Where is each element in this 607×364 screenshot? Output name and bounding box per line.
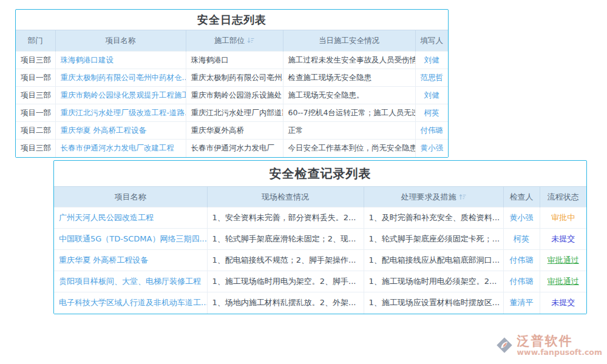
- table-row: 项目三部 珠海鹤港口建设 珠海鹤港口 施工过程未发生安全事故及人员受伤情况 刘健: [16, 52, 448, 69]
- project-link[interactable]: 重庆华夏 外高桥工程设备: [59, 255, 148, 265]
- cell-project: 长春市伊通河水力发电厂改建工程: [55, 140, 186, 157]
- project-link[interactable]: 电子科技大学区域人行道及非机动车道工...: [59, 298, 207, 307]
- brand-url: www.fanpusoft.com: [517, 348, 602, 357]
- cell-inspector: 付伟璐: [503, 271, 540, 292]
- project-link[interactable]: 重庆市鹅岭公园绿化景观提升工程施工: [61, 90, 186, 99]
- cell-measures: 1、施工现场临时用电必须架空。2...: [364, 271, 503, 292]
- writer-link[interactable]: 范思哲: [421, 73, 444, 82]
- cell-status: 施工现场无安全隐患。: [283, 87, 415, 104]
- table-row: 项目三部 重庆市鹅岭公园绿化景观提升工程施工 重庆市鹅岭公园游乐设施处 施工现场…: [16, 87, 448, 104]
- brand-logo-icon: [494, 335, 515, 358]
- sort-asc-icon[interactable]: [459, 193, 466, 202]
- status-badge[interactable]: 审批通过: [548, 255, 579, 265]
- cell-measures: 1、施工现场应设置材料临时摆放区...: [364, 292, 503, 314]
- status-badge[interactable]: 未提交: [551, 298, 575, 307]
- cell-status: 施工过程未发生安全事故及人员受伤情况: [283, 52, 415, 69]
- col-header-measures[interactable]: 处理要求及措施: [364, 187, 503, 207]
- inspection-record-table: 项目名称 现场检查情况 处理要求及措施 检查人 流程状态 广州天河人民公园改造工…: [54, 186, 586, 314]
- project-link[interactable]: 贵阳项目样板间、大堂、电梯厅装修工程: [59, 277, 201, 286]
- inspector-link[interactable]: 董清平: [510, 298, 534, 307]
- cell-inspection: 1、安全资料未完善，部分资料丢失。2...: [207, 207, 364, 229]
- cell-writer: 黄小强: [415, 140, 448, 157]
- inspector-link[interactable]: 付伟璐: [510, 255, 534, 265]
- cell-status: 检查施工现场无安全隐患: [283, 69, 415, 87]
- brand-watermark: 泛普软件 www.fanpusoft.com: [494, 334, 602, 358]
- project-link[interactable]: 重庆太极制药有限公司亳州中药材仓...: [61, 73, 186, 82]
- header-row: 项目名称 现场检查情况 处理要求及措施 检查人 流程状态: [54, 187, 586, 207]
- brand-name: 泛普软件: [517, 334, 602, 348]
- sort-desc-icon[interactable]: [247, 36, 254, 46]
- project-link[interactable]: 重庆江北污水处理厂级改造工程-道路...: [61, 108, 186, 117]
- cell-location: 重庆华夏外高桥: [186, 122, 283, 140]
- table-row: 项目一部 重庆江北污水处理厂级改造工程-道路... 重庆江北污水处理厂内部道路 …: [16, 104, 448, 122]
- cell-inspector: 董清平: [503, 292, 540, 314]
- cell-workflow-status: 未提交: [540, 229, 586, 250]
- writer-link[interactable]: 刘健: [424, 55, 439, 64]
- col-header-workflow-status: 流程状态: [540, 187, 586, 207]
- status-badge[interactable]: 审批通过: [548, 277, 579, 286]
- cell-project: 珠海鹤港口建设: [55, 52, 186, 69]
- safety-log-title: 安全日志列表: [16, 10, 448, 30]
- inspector-link[interactable]: 柯英: [514, 234, 529, 243]
- cell-inspector: 黄小强: [503, 207, 540, 229]
- col-header-location[interactable]: 施工部位: [186, 30, 283, 52]
- cell-workflow-status: 未提交: [540, 292, 586, 314]
- cell-location: 重庆江北污水处理厂内部道路: [186, 104, 283, 122]
- status-badge[interactable]: 未提交: [551, 234, 575, 243]
- cell-inspection: 1、轮式脚手架底座滑轮未固定；2、现...: [207, 229, 364, 250]
- col-header-dept: 部门: [16, 30, 55, 52]
- cell-project: 重庆太极制药有限公司亳州中药材仓...: [55, 69, 186, 87]
- cell-writer: 柯英: [415, 104, 448, 122]
- inspection-record-title: 安全检查记录列表: [54, 161, 586, 186]
- cell-measures: 1、配电箱接线应从配电箱底部洞口...: [364, 250, 503, 271]
- col-header-project: 项目名称: [54, 187, 207, 207]
- cell-location: 长春市伊通河水力发电厂: [186, 140, 283, 157]
- table-row: 项目二部 重庆华夏 外高桥工程设备 重庆华夏外高桥 正常 付伟璐: [16, 122, 448, 140]
- cell-workflow-status: 审批中: [540, 207, 586, 229]
- cell-dept: 项目三部: [16, 140, 55, 157]
- col-header-inspection: 现场检查情况: [207, 187, 364, 207]
- cell-writer: 刘健: [415, 87, 448, 104]
- table-row: 项目三部 长春市伊通河水力发电厂改建工程 长春市伊通河水力发电厂 今日安全工作基…: [16, 140, 448, 157]
- table-row: 重庆华夏 外高桥工程设备 1、配电箱接线不规范；2、脚手架操作... 1、配电箱…: [54, 250, 586, 271]
- cell-writer: 付伟璐: [415, 122, 448, 140]
- header-row: 部门 项目名称 施工部位 当日施工安全情况 填写人: [16, 30, 448, 52]
- project-link[interactable]: 广州天河人民公园改造工程: [59, 213, 154, 222]
- cell-project: 重庆江北污水处理厂级改造工程-道路...: [55, 104, 186, 122]
- cell-inspection: 1、施工现场临时用电为架空。2、脚手...: [207, 271, 364, 292]
- inspector-link[interactable]: 付伟璐: [510, 277, 534, 286]
- safety-log-table: 部门 项目名称 施工部位 当日施工安全情况 填写人 项目三部 珠海鹤港口建设 珠…: [16, 30, 448, 157]
- cell-project: 广州天河人民公园改造工程: [54, 207, 207, 229]
- project-link[interactable]: 珠海鹤港口建设: [61, 55, 114, 64]
- col-header-measures-label: 处理要求及措施: [401, 192, 456, 201]
- cell-inspector: 付伟璐: [503, 250, 540, 271]
- cell-location: 珠海鹤港口: [186, 52, 283, 69]
- project-link[interactable]: 中国联通5G（TD-SCDMA）网络三期四...: [59, 234, 207, 243]
- cell-inspection: 1、场地内施工材料乱摆乱放。2、外架...: [207, 292, 364, 314]
- cell-measures: 1、及时完善和补充安全、质检资料...: [364, 207, 503, 229]
- cell-measures: 1、轮式脚手架底座必须固定卡死；...: [364, 229, 503, 250]
- cell-location: 重庆太极制药有限公司亳州...: [186, 69, 283, 87]
- table-row: 电子科技大学区域人行道及非机动车道工... 1、场地内施工材料乱摆乱放。2、外架…: [54, 292, 586, 314]
- cell-project: 贵阳项目样板间、大堂、电梯厅装修工程: [54, 271, 207, 292]
- cell-inspector: 柯英: [503, 229, 540, 250]
- project-link[interactable]: 长春市伊通河水力发电厂改建工程: [61, 143, 175, 152]
- cell-status: 今日安全工作基本到位，尚无安全隐患...: [283, 140, 415, 157]
- writer-link[interactable]: 黄小强: [421, 143, 444, 152]
- col-header-inspector: 检查人: [503, 187, 540, 207]
- col-header-location-label: 施工部位: [214, 36, 245, 45]
- status-badge[interactable]: 审批中: [551, 213, 575, 222]
- cell-dept: 项目三部: [16, 87, 55, 104]
- cell-writer: 刘健: [415, 52, 448, 69]
- inspector-link[interactable]: 黄小强: [510, 213, 534, 222]
- cell-workflow-status: 审批通过: [540, 271, 586, 292]
- cell-status: 60--7挖机4台运转正常；施工人员无违...: [283, 104, 415, 122]
- cell-inspection: 1、配电箱接线不规范；2、脚手架操作...: [207, 250, 364, 271]
- writer-link[interactable]: 付伟璐: [421, 126, 444, 135]
- cell-dept: 项目一部: [16, 104, 55, 122]
- project-link[interactable]: 重庆华夏 外高桥工程设备: [61, 126, 146, 135]
- cell-status: 正常: [283, 122, 415, 140]
- writer-link[interactable]: 柯英: [424, 108, 439, 117]
- cell-writer: 范思哲: [415, 69, 448, 87]
- writer-link[interactable]: 刘健: [424, 90, 439, 99]
